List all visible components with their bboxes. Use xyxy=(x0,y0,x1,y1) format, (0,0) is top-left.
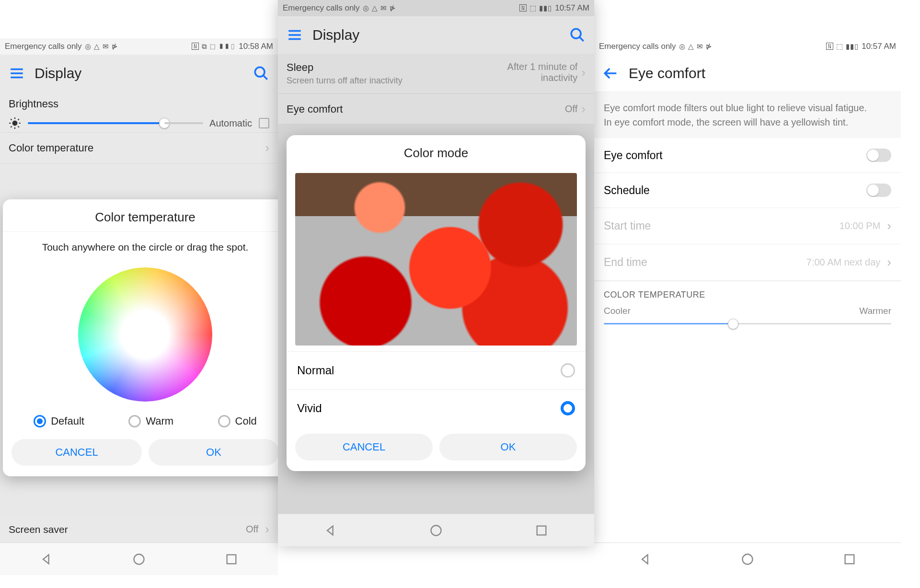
sleep-row[interactable]: Sleep Screen turns off after inactivity … xyxy=(278,54,594,94)
color-wheel-spot[interactable] xyxy=(140,329,150,340)
temperature-presets: Default Warm Cold xyxy=(3,411,278,436)
preset-cold-label: Cold xyxy=(235,415,257,427)
chevron-right-icon: › xyxy=(581,65,586,80)
preset-warm-label: Warm xyxy=(146,415,173,427)
screen-saver-value: Off xyxy=(246,524,258,535)
color-temperature-row[interactable]: Color temperature › xyxy=(0,133,278,163)
preset-warm[interactable]: Warm xyxy=(128,415,173,427)
sleep-value: After 1 minute of inactivity xyxy=(491,61,577,83)
nav-back-icon[interactable] xyxy=(324,524,337,537)
status-bar: Emergency calls only ◎ △ ✉ ⋫ 🄽 ⬚ ▮▮▯ 10:… xyxy=(594,38,901,55)
status-icons-left: ◎ △ ✉ ⋫ xyxy=(85,42,119,51)
status-time: 10:57 AM xyxy=(555,3,589,13)
svg-point-2 xyxy=(134,554,144,564)
option-normal[interactable]: Normal xyxy=(287,351,586,389)
chevron-right-icon: › xyxy=(265,522,269,537)
color-mode-dialog: Color mode Normal Vivid CANCEL OK xyxy=(287,135,586,471)
status-icons-left: ◎ △ ✉ ⋫ xyxy=(679,42,713,51)
nav-recent-icon[interactable] xyxy=(225,553,238,566)
color-temperature-dialog: Color temperature Touch anywhere on the … xyxy=(3,199,278,476)
status-icons-right: 🄽 ⬚ ▮▮▯ xyxy=(826,42,859,51)
auto-brightness-label: Automatic xyxy=(209,118,252,129)
svg-point-7 xyxy=(742,554,752,564)
phone-center: Emergency calls only ◎ △ ✉ ⋫ 🄽 ⬚ ▮▮▯ 10:… xyxy=(278,0,594,546)
sleep-label: Sleep xyxy=(287,61,402,74)
page-title: Display xyxy=(34,65,243,81)
svg-point-5 xyxy=(431,525,441,535)
cancel-button[interactable]: CANCEL xyxy=(295,434,433,461)
schedule-toggle-row[interactable]: Schedule xyxy=(594,173,901,208)
screen-saver-row[interactable]: Screen saver Off › xyxy=(0,516,278,542)
nav-recent-icon[interactable] xyxy=(535,524,548,537)
svg-rect-8 xyxy=(845,554,854,564)
color-temperature-label: Color temperature xyxy=(9,142,93,154)
eye-comfort-label: Eye comfort xyxy=(604,149,663,162)
nav-bar xyxy=(0,542,278,575)
preset-default[interactable]: Default xyxy=(34,415,84,427)
cooler-label: Cooler xyxy=(604,306,631,316)
status-time: 10:57 AM xyxy=(862,42,896,51)
temperature-slider[interactable] xyxy=(604,323,891,324)
toggle-switch[interactable] xyxy=(866,184,891,197)
nav-home-icon[interactable] xyxy=(132,553,146,566)
option-vivid[interactable]: Vivid xyxy=(287,389,586,427)
nav-back-icon[interactable] xyxy=(40,553,53,566)
chevron-right-icon: › xyxy=(887,219,891,233)
color-temperature-slider-section: Cooler Warmer xyxy=(594,304,901,334)
eye-comfort-label: Eye comfort xyxy=(287,103,343,115)
auto-brightness-checkbox[interactable] xyxy=(259,118,269,128)
toggle-switch[interactable] xyxy=(866,149,891,162)
app-bar: Display xyxy=(278,16,594,54)
status-bar: Emergency calls only ◎ △ ✉ ⋫ 🄽 ⬚ ▮▮▯ 10:… xyxy=(278,0,594,16)
phone-left: Emergency calls only ◎ △ ✉ ⋫ 🄽 ⧉ ⬚ ▮▮▯ 1… xyxy=(0,38,278,575)
preset-default-label: Default xyxy=(51,415,84,427)
status-icons-left: ◎ △ ✉ ⋫ xyxy=(363,4,397,12)
schedule-label: Schedule xyxy=(604,184,650,197)
page-title: Eye comfort xyxy=(629,65,892,81)
radio-icon xyxy=(128,415,141,427)
brightness-label: Brightness xyxy=(9,98,269,110)
status-time: 10:58 AM xyxy=(239,42,273,51)
nav-home-icon[interactable] xyxy=(429,524,443,537)
nav-home-icon[interactable] xyxy=(741,553,754,566)
end-time-label: End time xyxy=(604,256,647,269)
section-color-temperature: COLOR TEMPERATURE xyxy=(594,281,901,304)
svg-point-4 xyxy=(571,29,581,38)
nav-back-icon[interactable] xyxy=(639,553,652,566)
preset-cold[interactable]: Cold xyxy=(218,415,257,427)
radio-icon xyxy=(34,415,46,427)
eye-comfort-row[interactable]: Eye comfort Off › xyxy=(278,94,594,125)
nav-bar xyxy=(278,514,594,546)
radio-icon xyxy=(561,401,575,415)
brightness-slider[interactable] xyxy=(28,122,203,124)
warmer-label: Warmer xyxy=(859,306,891,316)
option-vivid-label: Vivid xyxy=(297,402,322,415)
chevron-right-icon: › xyxy=(265,140,269,155)
color-wheel[interactable] xyxy=(78,267,212,402)
ok-button[interactable]: OK xyxy=(439,434,577,461)
ok-button[interactable]: OK xyxy=(149,439,278,466)
sleep-sub: Screen turns off after inactivity xyxy=(287,76,402,86)
carrier-text: Emergency calls only xyxy=(283,3,360,13)
screen-saver-label: Screen saver xyxy=(9,524,68,535)
description-text: Eye comfort mode filters out blue light … xyxy=(594,92,901,138)
radio-icon xyxy=(561,363,575,378)
end-time-row: End time 7:00 AM next day › xyxy=(594,244,901,281)
svg-rect-3 xyxy=(227,554,236,564)
menu-icon[interactable] xyxy=(287,27,303,43)
page-title: Display xyxy=(312,27,560,43)
option-normal-label: Normal xyxy=(297,364,334,377)
back-arrow-icon[interactable] xyxy=(603,65,619,81)
eye-comfort-toggle-row[interactable]: Eye comfort xyxy=(594,138,901,173)
svg-point-0 xyxy=(255,67,264,77)
search-icon[interactable] xyxy=(569,27,586,43)
carrier-text: Emergency calls only xyxy=(5,42,82,51)
nav-recent-icon[interactable] xyxy=(843,553,856,566)
cancel-button[interactable]: CANCEL xyxy=(12,439,142,466)
sun-icon xyxy=(9,117,21,129)
search-icon[interactable] xyxy=(253,65,269,81)
svg-rect-6 xyxy=(537,526,546,535)
menu-icon[interactable] xyxy=(9,65,25,81)
chevron-right-icon: › xyxy=(581,102,586,116)
start-time-row: Start time 10:00 PM › xyxy=(594,208,901,244)
